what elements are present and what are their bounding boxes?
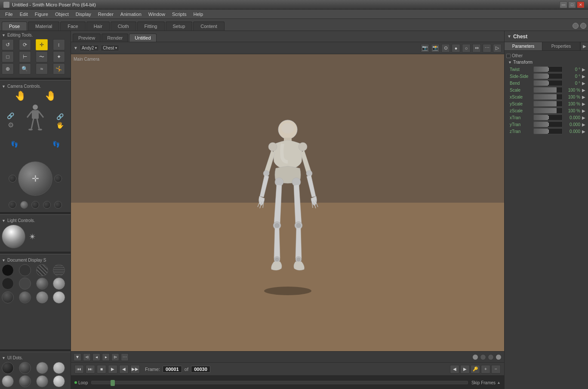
- vp-bottom-dots[interactable]: ⋯: [121, 353, 129, 361]
- tool-chain[interactable]: ↕: [53, 39, 65, 50]
- minimize-button[interactable]: —: [560, 1, 567, 8]
- light-ball[interactable]: [2, 225, 25, 248]
- menu-animation[interactable]: Animation: [117, 11, 145, 18]
- current-frame[interactable]: 00001: [163, 366, 182, 373]
- tl-btn-step-fwd[interactable]: ▶▶: [130, 365, 140, 374]
- maximize-button[interactable]: □: [568, 1, 576, 8]
- vp-circle-2[interactable]: [480, 354, 486, 360]
- display-swatch-4[interactable]: [53, 264, 65, 276]
- param-slider-twist[interactable]: [533, 66, 563, 72]
- tl-btn-add[interactable]: +: [481, 365, 490, 374]
- tl-btn-step-back[interactable]: ◀: [119, 365, 129, 374]
- param-slider-xtran[interactable]: [533, 114, 563, 120]
- ui-dot-8[interactable]: [53, 375, 65, 387]
- tl-btn-next[interactable]: ▶: [460, 365, 470, 374]
- vp-icon-arrows[interactable]: ⇔: [472, 44, 481, 52]
- menu-display[interactable]: Display: [72, 11, 95, 18]
- tool-taper[interactable]: ⊢: [19, 51, 31, 62]
- cam-ctrl-5[interactable]: [54, 201, 62, 209]
- param-slider-sideside[interactable]: [533, 73, 563, 79]
- param-expand-sideside[interactable]: ▶: [581, 74, 586, 79]
- display-swatch-2[interactable]: [19, 264, 31, 276]
- tab-material[interactable]: Material: [28, 22, 59, 31]
- display-swatch-10[interactable]: [19, 291, 31, 303]
- scrub-handle[interactable]: [111, 380, 115, 386]
- vp-icon-dots[interactable]: ⋯: [483, 44, 491, 52]
- vp-bottom-nav-1[interactable]: ⊲: [83, 353, 91, 361]
- tool-pose[interactable]: 🤸: [53, 63, 65, 74]
- vp-icon-circle1[interactable]: ⊙: [441, 44, 450, 52]
- vp-icon-expand[interactable]: ▷: [493, 44, 502, 52]
- ui-dots-header[interactable]: ▼ UI Dots.: [2, 355, 69, 360]
- ui-dot-6[interactable]: [19, 375, 31, 387]
- tab-render[interactable]: Render: [102, 34, 128, 42]
- param-expand-zscale[interactable]: ▶: [581, 108, 586, 113]
- param-expand-yscale[interactable]: ▶: [581, 102, 586, 106]
- display-swatch-8[interactable]: [53, 278, 65, 290]
- tool-translate[interactable]: ✛: [36, 39, 48, 50]
- param-expand-scale[interactable]: ▶: [581, 88, 586, 93]
- camera-controls-header[interactable]: ▼ Camera Controls.: [2, 84, 69, 89]
- tool-zoom[interactable]: ⊕: [2, 63, 14, 74]
- tl-btn-prev[interactable]: ◀: [450, 365, 459, 374]
- vp-icon-camera2[interactable]: 📸: [431, 44, 440, 52]
- menu-object[interactable]: Object: [52, 11, 72, 18]
- tab-preview[interactable]: Preview: [73, 34, 101, 42]
- param-slider-ztran[interactable]: [533, 128, 563, 134]
- total-frames[interactable]: 00030: [191, 366, 210, 373]
- param-expand-bend[interactable]: ▶: [581, 81, 586, 86]
- tool-scale[interactable]: □: [2, 51, 14, 62]
- right-panel-expand[interactable]: ▶: [580, 42, 588, 50]
- cam-dot-right[interactable]: [54, 175, 62, 182]
- menu-figure[interactable]: Figure: [31, 11, 52, 18]
- vp-icon-camera[interactable]: 📷: [421, 44, 429, 52]
- right-tab-properties[interactable]: Properties: [542, 42, 580, 50]
- param-expand-twist[interactable]: ▶: [581, 67, 586, 72]
- ui-dot-1[interactable]: [2, 362, 14, 374]
- vp-circle-4[interactable]: [496, 354, 502, 360]
- body-part-dropdown[interactable]: Chest ▾: [101, 45, 119, 51]
- tl-btn-key[interactable]: 🔑: [471, 365, 480, 374]
- param-expand-xtran[interactable]: ▶: [581, 115, 586, 120]
- display-swatch-5[interactable]: [2, 278, 14, 290]
- menu-render[interactable]: Render: [95, 11, 117, 18]
- doc-display-header[interactable]: ▼ Document Display S: [2, 258, 69, 262]
- viewport-3d[interactable]: Main Camera: [71, 54, 504, 351]
- editing-tools-header[interactable]: ▼ Editing Tools.: [2, 33, 69, 37]
- scrub-track[interactable]: [91, 381, 468, 384]
- vp-icon-circle3[interactable]: ○: [462, 44, 471, 52]
- ui-dot-7[interactable]: [36, 375, 48, 387]
- vp-circle-3[interactable]: [488, 354, 494, 360]
- tool-rotate[interactable]: ↺: [2, 39, 14, 50]
- tool-wave[interactable]: ≈: [36, 63, 48, 74]
- tl-btn-play[interactable]: ▶: [108, 365, 117, 374]
- display-swatch-6[interactable]: [19, 278, 31, 290]
- cam-nav-ball[interactable]: ✛: [18, 161, 52, 196]
- vp-circle-1[interactable]: [472, 354, 478, 360]
- cam-ctrl-1[interactable]: [9, 201, 16, 209]
- param-slider-bend[interactable]: [533, 80, 563, 86]
- vp-icon-circle2[interactable]: ●: [452, 44, 460, 52]
- other-checkbox[interactable]: [506, 54, 511, 58]
- tab-fitting[interactable]: Fitting: [137, 22, 165, 31]
- param-slider-scale[interactable]: [533, 87, 563, 93]
- tab-content[interactable]: Content: [193, 22, 225, 31]
- right-tab-parameters[interactable]: Parameters: [505, 42, 542, 50]
- vp-bottom-nav-4[interactable]: ⊳: [111, 353, 119, 361]
- tool-pan[interactable]: 🔍: [19, 63, 31, 74]
- menu-help[interactable]: Help: [190, 11, 207, 18]
- menu-window[interactable]: Window: [145, 11, 169, 18]
- param-slider-zscale[interactable]: [533, 108, 563, 114]
- tl-btn-prev-key[interactable]: ⏭: [86, 365, 95, 374]
- display-swatch-11[interactable]: [36, 291, 48, 303]
- display-swatch-1[interactable]: [2, 264, 14, 276]
- param-expand-xscale[interactable]: ▶: [581, 95, 586, 99]
- param-slider-yscale[interactable]: [533, 101, 563, 107]
- ui-dot-3[interactable]: [36, 362, 48, 374]
- cam-hand-left[interactable]: 🤚: [15, 90, 26, 102]
- tool-hair-tool[interactable]: ✦: [53, 51, 65, 62]
- tool-twist[interactable]: ⟳: [19, 39, 31, 50]
- tab-cloth[interactable]: Cloth: [111, 22, 136, 31]
- tool-morph[interactable]: 〜: [36, 51, 48, 62]
- tab-pose[interactable]: Pose: [2, 22, 27, 31]
